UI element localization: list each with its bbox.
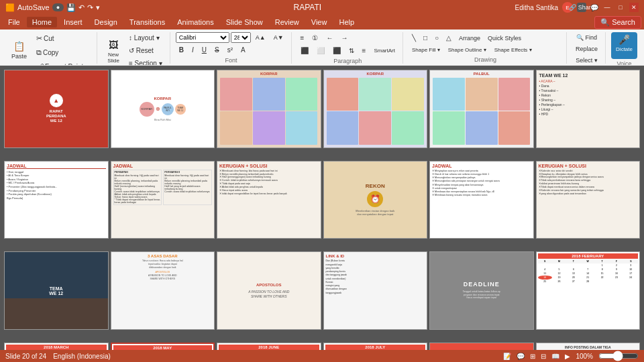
slide-thumb-3[interactable]: KORPAR	[217, 70, 321, 148]
numbering-button[interactable]: ①	[309, 32, 321, 44]
menu-file[interactable]: File	[3, 17, 25, 27]
slide-thumb-23[interactable]: RENCANA WETANGGAL	[429, 343, 534, 350]
align-center-button[interactable]: ⬜	[313, 45, 328, 56]
quick-styles-button[interactable]: Quick Styles	[484, 33, 525, 44]
font-color-button[interactable]: A	[237, 44, 249, 56]
menu-help[interactable]: Help	[333, 17, 360, 27]
app-title: RAPATI	[100, 3, 515, 12]
smartart-button[interactable]: SmartArt	[370, 46, 398, 56]
minimize-button[interactable]: —	[602, 3, 612, 12]
slide-thumb-8[interactable]: JADWAL PERSIAPAN Membuat clear farming: …	[111, 161, 215, 239]
layout-button[interactable]: ↕ Layout ▾	[125, 32, 166, 44]
app-logo: 🟧	[5, 3, 15, 12]
align-left-button[interactable]: ⬛	[297, 45, 312, 56]
arrange-button[interactable]: Arrange	[455, 33, 484, 44]
slide-thumb-18[interactable]: 2018 FEBRUARY S M T W T F S 1	[536, 251, 641, 330]
menu-transitions[interactable]: Transitions	[124, 17, 170, 27]
align-text-button[interactable]: ≡	[359, 45, 370, 56]
slide-thumb-2[interactable]: KORPAR KORPAR ⊕ PALBULINTI TEAMWE 11 Bin…	[111, 70, 215, 148]
slide-thumb-15[interactable]: APOSTOLOS A PASSION TO LOVE ANDSHARE WIT…	[217, 251, 321, 330]
slide-thumb-22[interactable]: 2018 JULY S M T W T F S 1 2 3 4 5	[323, 343, 428, 350]
slide-thumb-7[interactable]: JADWAL • Hari, tanggal • AI & Tima Keepe…	[4, 161, 109, 239]
shape-effects-button[interactable]: Shape Effects ▾	[491, 45, 535, 55]
menu-insert[interactable]: Insert	[58, 17, 88, 27]
slide-thumb-4[interactable]: KORPAR	[323, 70, 428, 148]
slide-wrapper-12: KERUGIAN + SOLUSI ✕ Kalender arur antar …	[536, 161, 641, 250]
font-family-select[interactable]: Calibri	[176, 32, 229, 43]
menu-design[interactable]: Design	[89, 17, 123, 27]
menu-slideshow[interactable]: Slide Show	[221, 17, 268, 27]
font-label: Font	[176, 57, 287, 64]
align-right-button[interactable]: ⬛	[329, 45, 344, 56]
decrease-indent-button[interactable]: ←	[323, 32, 336, 44]
underline-button[interactable]: U	[199, 44, 210, 56]
bold-button[interactable]: B	[176, 44, 187, 56]
zoom-slider[interactable]	[598, 353, 639, 359]
slide-thumb-13[interactable]: TEMAWE 12	[4, 251, 109, 330]
slide-thumb-19[interactable]: 2018 MARCH S M T W T F S 1 2	[4, 343, 109, 350]
increase-font-button[interactable]: A▲	[252, 32, 269, 43]
shape-tool-1[interactable]: ╲	[409, 32, 419, 44]
menu-view[interactable]: View	[306, 17, 333, 27]
undo-icon[interactable]: ↶	[78, 3, 85, 12]
close-button[interactable]: ✕	[629, 3, 639, 12]
voice-label: Voice	[611, 60, 637, 66]
paste-button[interactable]: 📋 Paste	[7, 39, 32, 66]
slide-thumb-10[interactable]: REKON ⏰ Memberikan rincian dengan baikda…	[323, 161, 428, 239]
find-button[interactable]: 🔍 Find	[573, 32, 600, 43]
section-button[interactable]: ≡ Section ▾	[125, 58, 166, 66]
normal-view-button[interactable]: ⊞	[530, 353, 535, 360]
slide-thumb-14[interactable]: 3 ASAS DASAR Tahun rundown: Harus ada ba…	[111, 251, 215, 330]
maximize-button[interactable]: □	[616, 3, 625, 12]
text-direction-button[interactable]: ⇅	[345, 45, 358, 56]
menu-animations[interactable]: Animations	[172, 17, 219, 27]
decrease-font-button[interactable]: A▼	[270, 32, 287, 43]
italic-button[interactable]: I	[189, 44, 197, 56]
replace-button[interactable]: Replace	[572, 44, 601, 54]
font-size-select[interactable]: 28	[231, 32, 251, 43]
bullets-button[interactable]: ≡	[297, 32, 308, 44]
shape-tool-4[interactable]: △	[443, 32, 455, 44]
shape-tool-2[interactable]: □	[420, 32, 431, 44]
shape-outline-button[interactable]: Shape Outline ▾	[445, 45, 490, 55]
slide-thumb-5[interactable]: PALBUL	[429, 70, 534, 148]
menu-review[interactable]: Review	[270, 17, 305, 27]
menu-home[interactable]: Home	[27, 17, 57, 27]
save-icon[interactable]: 💾	[66, 3, 76, 12]
strikethrough-button[interactable]: S	[211, 44, 223, 56]
menu-search[interactable]: 🔍 Search	[594, 16, 641, 29]
slide-thumb-6[interactable]: TEAM WE 12 • ACARA – • Dana • Transaksi …	[536, 70, 641, 148]
comments-button[interactable]: 💬	[517, 353, 525, 360]
slide-thumb-11[interactable]: JADWAL ✕ Menyiapkan acara pre-rekon saat…	[429, 161, 534, 239]
slide-thumb-17[interactable]: DEADLINE Tanggal untuk batas-batas follo…	[429, 251, 534, 330]
presentation-button[interactable]: ▶	[565, 353, 570, 360]
title-bar-right: Editha Santika E 🔗 Share 💬 — □ ✕	[515, 2, 639, 13]
slide-thumb-9[interactable]: KERUGIAN + SOLUSI ✕ Membuuat clear farmi…	[217, 161, 321, 239]
reading-view-button[interactable]: 📖	[551, 353, 559, 360]
slide-thumb-16[interactable]: LINK & ID Dan (Bukan komis mengambil saj…	[323, 251, 428, 330]
slide-thumb-20[interactable]: 2018 MAY S M T W T F S 1 2 3 4 5	[111, 343, 215, 350]
slide-thumb-1[interactable]: ▲ RAPATPERDANAWE 12	[4, 70, 109, 148]
notes-button[interactable]: 📝	[503, 353, 511, 360]
slide-thumb-21[interactable]: 2018 JUNE S M T W T F S 1	[217, 343, 321, 350]
format-painter-button[interactable]: 🖌 Format Painter	[33, 60, 93, 66]
increase-indent-button[interactable]: →	[337, 32, 351, 44]
new-slide-button[interactable]: 🖼 NewSlide	[103, 38, 124, 64]
reset-button[interactable]: ↺ Reset	[125, 45, 166, 56]
autosave-toggle[interactable]: ●	[52, 3, 64, 11]
shadow-button[interactable]: s²	[224, 44, 236, 56]
redo-icon[interactable]: ↷	[87, 3, 93, 12]
shape-fill-button[interactable]: Shape Fill ▾	[409, 45, 443, 55]
slide-wrapper-8: JADWAL PERSIAPAN Membuat clear farming: …	[111, 161, 215, 250]
slide-wrapper-21: 2018 JUNE S M T W T F S 1	[217, 343, 321, 350]
copy-button[interactable]: ⧉ Copy	[33, 46, 93, 59]
dictate-button[interactable]: 🎤 Dictate	[611, 32, 637, 59]
slide-sorter-button[interactable]: ⊟	[541, 353, 546, 360]
cut-button[interactable]: ✂ Cut	[33, 32, 93, 45]
slide-thumb-12[interactable]: KERUGIAN + SOLUSI ✕ Kalender arur antar …	[536, 161, 641, 239]
shape-tool-3[interactable]: ○	[431, 32, 442, 44]
share-button[interactable]: 🔗 Share	[577, 3, 586, 12]
slide-thumb-24[interactable]: INFO POSTING DALAM TIGA 1. DIPERSIAPKAN …	[536, 343, 641, 350]
comments-icon[interactable]: 💬	[590, 4, 598, 11]
select-button[interactable]: Select ▾	[572, 55, 601, 66]
